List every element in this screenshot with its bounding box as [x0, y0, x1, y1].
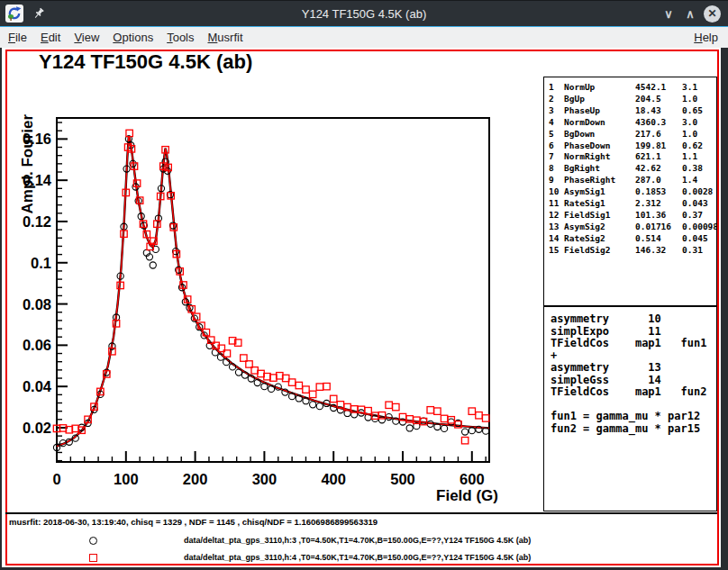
- param-row: 10AsymSig10.18530.0028: [544, 186, 716, 198]
- param-row: 3PhaseUp18.430.65: [544, 105, 716, 117]
- svg-text:0.08: 0.08: [23, 296, 51, 312]
- fit-info-line: musrfit: 2018-06-30, 13:19:40, chisq = 1…: [9, 517, 378, 527]
- menu-options[interactable]: Options: [113, 31, 153, 44]
- menu-help[interactable]: Help: [694, 31, 718, 44]
- minimize-button[interactable]: ∨: [660, 7, 677, 21]
- theory-line: asymmetry 10: [544, 313, 716, 326]
- svg-text:100: 100: [114, 471, 139, 487]
- param-row: 8BgRight42.620.38: [544, 163, 716, 175]
- menu-edit[interactable]: Edit: [41, 31, 60, 44]
- param-row: 9PhaseRight287.01.4: [544, 175, 716, 186]
- theory-line: simpleGss 14: [544, 375, 716, 387]
- param-row: 2BgUp204.51.0: [544, 94, 716, 105]
- legend-entry-h4: data/deltat_pta_gps_3110,h:4 ,T0=4.50K,T…: [184, 553, 531, 562]
- svg-text:Field (G): Field (G): [436, 487, 498, 504]
- menu-file[interactable]: File: [8, 31, 27, 44]
- app-icon: [5, 5, 23, 23]
- legend-entry-h3: data/deltat_pta_gps_3110,h:3 ,T0=4.50K,T…: [184, 536, 531, 545]
- param-row: 5BgDown217.61.0: [544, 129, 716, 140]
- legend-circle-marker-icon: [89, 537, 97, 545]
- theory-line: [544, 399, 716, 412]
- theory-line: fun1 = gamma_mu * par12: [544, 411, 716, 423]
- svg-text:0.06: 0.06: [23, 337, 51, 353]
- fit-parameter-box: 1NormUp4542.13.12BgUp204.51.03PhaseUp18.…: [543, 77, 717, 306]
- svg-text:0.04: 0.04: [23, 378, 52, 394]
- theory-line: asymmetry 13: [544, 362, 716, 375]
- param-row: 6PhaseDown199.810.62: [544, 140, 716, 152]
- svg-text:400: 400: [321, 471, 346, 487]
- menu-musrfit[interactable]: Musrfit: [208, 31, 243, 44]
- menu-view[interactable]: View: [74, 31, 99, 44]
- svg-text:300: 300: [252, 471, 278, 487]
- svg-text:600: 600: [460, 471, 485, 487]
- svg-text:0.02: 0.02: [23, 420, 51, 436]
- theory-function-box: asymmetry 10simplExpo 11TFieldCos map1 f…: [543, 306, 717, 511]
- param-row: 4NormDown4360.33.0: [544, 117, 716, 129]
- theory-line: fun2 = gamma_mu * par15: [544, 423, 716, 436]
- svg-text:Ampl. Fourier: Ampl. Fourier: [19, 114, 36, 214]
- close-button[interactable]: ✕: [704, 5, 721, 23]
- titlebar[interactable]: Y124 TF150G 4.5K (ab) ∨ ∧ ✕: [0, 0, 728, 28]
- menubar: File Edit View Options Tools Musrfit Hel…: [0, 27, 728, 48]
- param-row: 15FieldSig2146.320.31: [544, 245, 716, 257]
- window-title: Y124 TF150G 4.5K (ab): [0, 7, 728, 21]
- svg-text:0.12: 0.12: [23, 213, 51, 230]
- pad-separator: [5, 512, 717, 514]
- param-row: 11RateSig12.3120.043: [544, 198, 716, 210]
- svg-text:200: 200: [183, 471, 208, 487]
- param-row: 12FieldSig1101.360.37: [544, 210, 716, 222]
- theory-line: +: [544, 350, 716, 363]
- param-row: 14RateSig20.5140.045: [544, 233, 716, 245]
- menu-tools[interactable]: Tools: [167, 31, 194, 44]
- svg-text:0: 0: [52, 471, 60, 487]
- param-row: 7NormRight621.11.1: [544, 151, 716, 163]
- theory-line: TFieldCos map1 fun2: [544, 386, 716, 399]
- legend-square-marker-icon: [89, 554, 97, 562]
- param-row: 13AsymSig20.017160.00098: [544, 222, 716, 233]
- svg-text:0.1: 0.1: [31, 255, 51, 271]
- application-window: Y124 TF150G 4.5K (ab) ∨ ∧ ✕ File Edit Vi…: [0, 0, 728, 570]
- param-row: 1NormUp4542.13.1: [544, 82, 716, 94]
- theory-line: simplExpo 11: [544, 326, 716, 339]
- root-canvas: Y124 TF150G 4.5K (ab) 010020030040050060…: [2, 48, 721, 567]
- maximize-button[interactable]: ∧: [682, 7, 698, 21]
- svg-text:500: 500: [390, 471, 415, 487]
- theory-line: TFieldCos map1 fun1: [544, 338, 716, 350]
- pin-icon[interactable]: [32, 6, 46, 21]
